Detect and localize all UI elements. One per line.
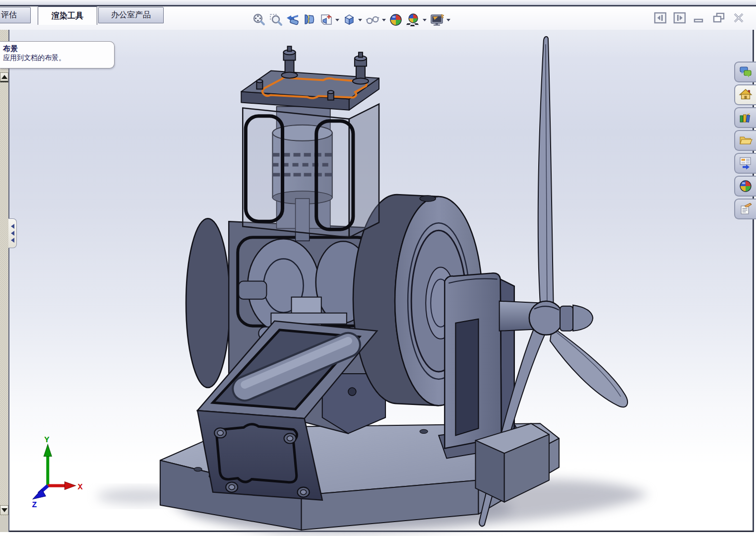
panel-footer <box>0 516 8 532</box>
zoom-to-fit-icon <box>252 13 266 27</box>
triangle-up-icon <box>1 75 7 79</box>
tab-render-tools[interactable]: 渲染工具 <box>38 6 97 25</box>
coordinate-triad: Y X Z <box>32 435 83 509</box>
panel-scroll-up-button[interactable] <box>0 72 8 82</box>
tab-render-tools-label: 渲染工具 <box>52 11 83 21</box>
task-pane-tab-file-explorer[interactable] <box>734 130 756 151</box>
hide-show-items-dropdown[interactable] <box>382 19 386 21</box>
panel-expand-handle[interactable] <box>8 218 17 248</box>
triad-y-label: Y <box>44 435 50 445</box>
collapse-right-pane-button[interactable] <box>673 12 686 24</box>
view-orientation-icon <box>319 13 333 27</box>
view-orientation-button[interactable] <box>319 13 339 27</box>
cylinder-tower[interactable] <box>241 46 379 241</box>
solidworks-window: { "app": { "name_hint": "SolidWorks rend… <box>0 0 756 536</box>
home-icon <box>739 88 753 102</box>
task-pane <box>734 62 756 219</box>
view-orientation-dropdown[interactable] <box>335 19 339 21</box>
tab-office-products[interactable]: 办公室产品 <box>98 7 164 23</box>
triad-x-label: X <box>77 482 83 492</box>
edit-appearance-button[interactable] <box>389 13 403 27</box>
engine-model[interactable]: Y X Z <box>0 6 756 536</box>
display-style-dropdown[interactable] <box>358 19 362 21</box>
view-settings-icon <box>430 13 444 27</box>
design-library-icon <box>739 111 753 125</box>
restore-button[interactable] <box>712 12 726 24</box>
title-bar-edge <box>0 0 756 6</box>
scene-tooltip: 布景 应用到文档的布景。 <box>0 41 115 68</box>
apply-scene-button[interactable] <box>406 13 427 27</box>
triangle-down-icon <box>1 508 7 512</box>
propeller-blade-right <box>550 327 628 407</box>
view-settings-dropdown[interactable] <box>446 19 450 21</box>
section-view-button[interactable] <box>303 13 316 27</box>
panel-scroll-down-button[interactable] <box>0 505 8 515</box>
task-pane-tab-resources-home[interactable] <box>734 84 756 105</box>
apply-scene-dropdown[interactable] <box>423 19 427 21</box>
triad-z-label: Z <box>32 500 37 510</box>
task-pane-tab-forum[interactable] <box>734 62 756 82</box>
task-pane-tab-design-library[interactable] <box>734 107 756 128</box>
tooltip-body: 应用到文档的布景。 <box>3 53 109 63</box>
collapse-left-pane-button[interactable] <box>654 12 667 24</box>
display-style-icon <box>342 13 356 27</box>
zoom-to-area-button[interactable] <box>269 13 283 27</box>
hide-show-items-button[interactable] <box>365 13 386 27</box>
window-controls <box>654 12 745 24</box>
section-view-icon <box>303 13 316 27</box>
chevron-left-icon <box>11 224 14 229</box>
graphics-viewport[interactable]: Y X Z <box>0 6 754 532</box>
task-pane-tab-custom-properties[interactable] <box>734 199 756 219</box>
folder-open-icon <box>739 134 753 147</box>
chevron-left-icon <box>11 238 14 243</box>
close-button[interactable] <box>732 12 745 24</box>
task-pane-tab-view-palette[interactable] <box>734 153 756 174</box>
zoom-to-area-icon <box>269 13 283 27</box>
heads-up-toolbar <box>252 10 450 30</box>
chevron-left-icon <box>11 231 14 236</box>
forum-icon <box>739 65 753 79</box>
zoom-to-fit-button[interactable] <box>252 13 266 27</box>
task-pane-tab-appearances-scenes[interactable] <box>734 176 756 197</box>
previous-view-icon <box>286 13 300 27</box>
tab-office-products-label: 办公室产品 <box>111 10 151 20</box>
spinner-collar <box>560 306 573 331</box>
view-settings-button[interactable] <box>430 13 450 27</box>
tooltip-title: 布景 <box>3 44 109 53</box>
view-palette-icon <box>739 156 753 170</box>
apply-scene-icon <box>406 13 421 27</box>
tab-evaluate[interactable]: 评估 <box>0 7 31 23</box>
appearances-sphere-icon <box>739 179 753 193</box>
tab-evaluate-label: 评估 <box>1 10 17 20</box>
edit-appearance-icon <box>389 13 403 27</box>
feature-manager-collapsed[interactable] <box>0 24 9 532</box>
hide-show-items-icon <box>365 13 380 27</box>
spinner-nut <box>573 305 593 331</box>
display-style-button[interactable] <box>342 13 362 27</box>
minimize-button[interactable] <box>693 12 705 24</box>
previous-view-button[interactable] <box>286 13 300 27</box>
custom-properties-icon <box>739 202 753 216</box>
